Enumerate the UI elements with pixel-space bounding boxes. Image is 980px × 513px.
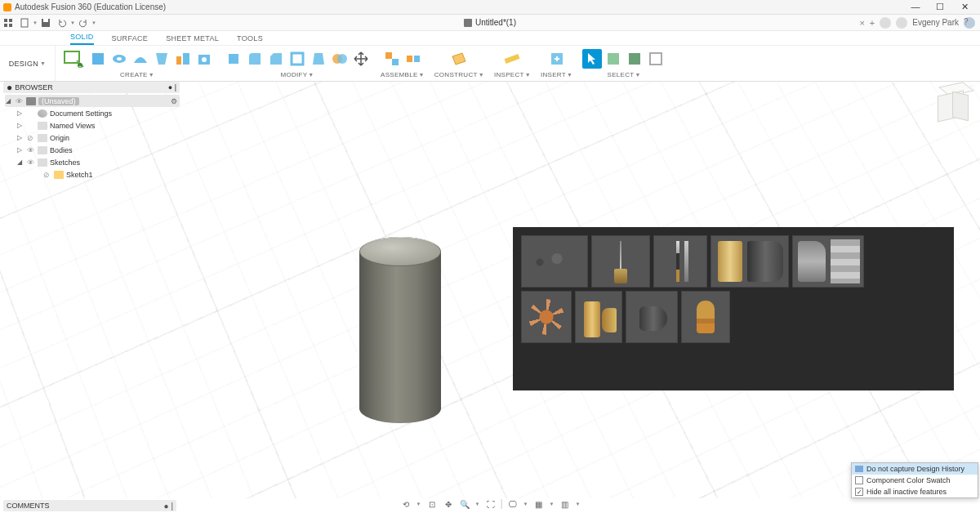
workspace-switcher[interactable]: DESIGN▼: [0, 46, 56, 81]
extensions-icon[interactable]: [880, 17, 891, 29]
window-controls: — ☐ ✕: [910, 2, 977, 12]
history-icon: [855, 466, 863, 472]
joint-icon[interactable]: [403, 49, 423, 69]
tab-solid[interactable]: SOLID: [70, 33, 94, 45]
tree-item-sketch1[interactable]: ⊘Sketch1: [5, 168, 180, 181]
cylinder-top-face: [359, 237, 441, 266]
sweep-icon[interactable]: [131, 49, 150, 69]
maximize-button[interactable]: ☐: [934, 2, 946, 12]
ref-thumb-8[interactable]: [626, 291, 678, 343]
group-select: SELECT▼: [577, 46, 670, 81]
window-titlebar: Autodesk Fusion 360 (Education License) …: [0, 0, 980, 15]
select-paint-icon[interactable]: [646, 49, 666, 69]
select-window-icon[interactable]: [604, 49, 623, 69]
user-name[interactable]: Evgeny Park: [912, 18, 959, 27]
shell-icon[interactable]: [287, 49, 307, 69]
browser-pin-icon[interactable]: ● |: [168, 83, 176, 91]
chamfer-icon[interactable]: [266, 49, 286, 69]
ref-thumb-4[interactable]: [710, 235, 789, 288]
tab-close-icon[interactable]: ×: [859, 18, 864, 28]
document-tab[interactable]: Untitled*(1): [464, 18, 516, 27]
insert-derive-icon[interactable]: [547, 49, 567, 69]
svg-rect-13: [176, 56, 181, 65]
ref-thumb-1[interactable]: [521, 235, 588, 288]
pressull-icon[interactable]: [224, 49, 243, 69]
group-inspect: INSPECT▼: [489, 46, 536, 81]
move-icon[interactable]: [351, 49, 371, 69]
undo-icon[interactable]: [56, 16, 69, 29]
save-icon[interactable]: [39, 16, 52, 29]
look-at-icon[interactable]: ⊡: [426, 498, 438, 510]
tab-tools[interactable]: TOOLS: [237, 34, 263, 45]
tab-sheet-metal[interactable]: SHEET METAL: [166, 34, 219, 45]
ref-thumb-5[interactable]: [792, 235, 864, 288]
tree-item-bodies[interactable]: ▷👁Bodies: [5, 144, 180, 156]
group-create-label: CREATE: [120, 71, 148, 78]
help-icon[interactable]: ?: [964, 17, 975, 29]
extrude-icon[interactable]: [88, 49, 108, 69]
tree-item-origin[interactable]: ▷⊘Origin: [5, 132, 180, 144]
svg-point-20: [337, 54, 347, 64]
tree-root[interactable]: ◢👁 (Unsaved) ⚙: [5, 95, 180, 107]
viewport-layout-icon[interactable]: ▥: [559, 498, 570, 510]
grid-settings-icon[interactable]: ▦: [532, 498, 544, 510]
loft-icon[interactable]: [152, 49, 172, 69]
hole-icon[interactable]: [194, 49, 214, 69]
ctx-component-color-swatch[interactable]: Component Color Swatch: [852, 475, 978, 486]
ref-thumb-6[interactable]: [521, 291, 572, 343]
measure-icon[interactable]: [502, 49, 522, 69]
redo-icon[interactable]: [77, 16, 90, 29]
minimize-button[interactable]: —: [910, 2, 921, 12]
new-sketch-icon[interactable]: +: [60, 47, 87, 70]
redo-dropdown-icon[interactable]: ▼: [91, 20, 96, 25]
tree-item-named-views[interactable]: ▷Named Views: [5, 119, 180, 132]
quick-access-toolbar: ▼ ▼ ▼ Untitled*(1) × + Evgeny Park ?: [0, 15, 980, 31]
pan-icon[interactable]: ✥: [443, 498, 454, 510]
comments-panel-header[interactable]: COMMENTS ● |: [3, 500, 176, 511]
combine-icon[interactable]: [330, 49, 350, 69]
file-menu-icon[interactable]: [18, 16, 31, 29]
svg-rect-3: [9, 24, 12, 27]
file-dropdown-icon[interactable]: ▼: [33, 20, 38, 25]
new-component-icon[interactable]: [382, 49, 402, 69]
workspace-label: DESIGN: [9, 60, 38, 68]
app-logo-icon: [3, 3, 11, 11]
ctx-do-not-capture-history[interactable]: Do not capture Design History: [852, 463, 978, 475]
ref-thumb-7[interactable]: [575, 291, 622, 343]
tree-item-sketches[interactable]: ◢👁Sketches: [5, 156, 180, 168]
view-cube[interactable]: [936, 87, 969, 119]
fit-icon[interactable]: ⛶: [485, 498, 497, 510]
model-cylinder-body[interactable]: [359, 237, 441, 425]
select-arrow-icon[interactable]: [582, 49, 602, 69]
revolve-icon[interactable]: [109, 49, 129, 69]
ref-thumb-9[interactable]: [681, 291, 730, 343]
reference-image-panel[interactable]: [513, 227, 954, 390]
tab-surface[interactable]: SURFACE: [112, 34, 149, 45]
display-settings-icon[interactable]: 🖵: [507, 498, 519, 510]
group-construct-label: CONSTRUCT: [434, 71, 478, 78]
new-tab-icon[interactable]: +: [870, 18, 875, 28]
svg-rect-25: [505, 54, 520, 64]
document-tab-label: Untitled*(1): [475, 18, 516, 27]
select-freeform-icon[interactable]: [625, 49, 644, 69]
close-button[interactable]: ✕: [959, 2, 970, 12]
orbit-icon[interactable]: ⟲: [400, 498, 412, 510]
data-panel-icon[interactable]: [2, 16, 15, 29]
zoom-icon[interactable]: 🔍: [459, 498, 470, 510]
group-insert-label: INSERT: [541, 71, 566, 78]
fillet-icon[interactable]: [245, 49, 265, 69]
ref-thumb-2[interactable]: [591, 235, 650, 288]
ref-thumb-3[interactable]: [653, 235, 707, 288]
tree-item-document-settings[interactable]: ▷Document Settings: [5, 107, 180, 119]
viewcube-right[interactable]: [952, 91, 969, 121]
comments-pin-icon[interactable]: ● |: [164, 502, 173, 511]
browser-header[interactable]: ● BROWSER ● |: [3, 82, 180, 93]
ctx-hide-inactive-features[interactable]: ✓ Hide all inactive features: [852, 486, 978, 497]
job-status-icon[interactable]: [896, 17, 907, 29]
undo-dropdown-icon[interactable]: ▼: [70, 20, 75, 25]
svg-rect-29: [650, 53, 662, 65]
rib-icon[interactable]: [173, 49, 193, 69]
draft-icon[interactable]: [309, 49, 328, 69]
plane-icon[interactable]: [449, 49, 469, 69]
group-inspect-label: INSPECT: [494, 71, 524, 78]
